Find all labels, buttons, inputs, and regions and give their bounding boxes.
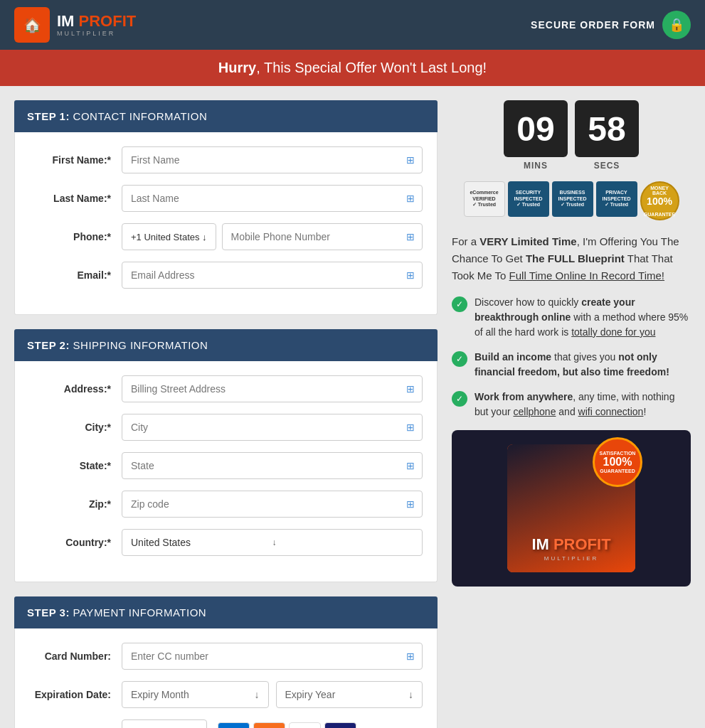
badge-guarantee: MONEY BACK100%GUARANTEE bbox=[640, 181, 679, 220]
mastercard-icon: ●● bbox=[289, 722, 321, 728]
country-value: United States bbox=[131, 537, 272, 548]
address-input-wrap: ⊞ bbox=[122, 375, 423, 402]
last-name-icon: ⊞ bbox=[406, 193, 415, 204]
secure-order: SECURE ORDER FORM 🔒 bbox=[531, 11, 691, 39]
benefit-3: ✓ Work from anywhere, any time, with not… bbox=[452, 390, 691, 419]
main-content: STEP 1: CONTACT INFORMATION First Name:*… bbox=[0, 86, 705, 728]
shield-icon: 🔒 bbox=[662, 11, 691, 39]
country-label: Country:* bbox=[29, 537, 122, 548]
check-icon-3: ✓ bbox=[452, 391, 467, 407]
state-input-wrap: ⊞ bbox=[122, 452, 423, 479]
phone-number-wrap: ⊞ bbox=[222, 223, 423, 250]
badge-security: SECURITYINSPECTED✓ Trusted bbox=[508, 181, 549, 217]
state-label: State:* bbox=[29, 460, 122, 471]
expiry-selects: Expiry Month ↓ Expiry Year ↓ bbox=[122, 681, 423, 708]
urgency-text: , This Special Offer Won't Last Long! bbox=[256, 60, 487, 75]
benefit-text-2: Build an income that gives you not only … bbox=[475, 350, 691, 380]
satisfaction-badge: SATISFACTION 100% GUARANTEED bbox=[593, 437, 642, 487]
last-name-input[interactable] bbox=[122, 186, 422, 211]
phone-row: Phone:* +1 United States ↓ ⊞ bbox=[29, 223, 423, 250]
benefit-link-1[interactable]: totally done for you bbox=[571, 326, 655, 338]
email-input-wrap: ⊞ bbox=[122, 262, 423, 289]
country-field: United States ↓ bbox=[122, 529, 423, 556]
expiry-month-select[interactable]: Expiry Month ↓ bbox=[122, 681, 269, 708]
city-input[interactable] bbox=[122, 414, 422, 440]
city-input-wrap: ⊞ bbox=[122, 414, 423, 441]
card-icons: AMEX DISC ●● VISA bbox=[218, 722, 356, 728]
first-name-icon: ⊞ bbox=[406, 154, 415, 166]
first-name-label: First Name:* bbox=[29, 154, 122, 166]
benefit-text-1: Discover how to quickly create your brea… bbox=[475, 295, 691, 340]
last-name-input-wrap: ⊞ bbox=[122, 185, 423, 212]
logo-sub: MULTIPLIER bbox=[57, 30, 136, 37]
phone-country-select[interactable]: +1 United States ↓ bbox=[122, 223, 216, 250]
first-name-input[interactable] bbox=[122, 147, 422, 173]
card-number-input-wrap: ⊞ bbox=[122, 643, 423, 670]
zip-input-wrap: ⊞ bbox=[122, 491, 423, 518]
city-label: City:* bbox=[29, 422, 122, 433]
step3-body: Card Number: ⊞ Expiration Date: Expiry bbox=[14, 628, 438, 728]
sales-bold1: VERY Limited Time bbox=[479, 235, 576, 247]
country-arrow: ↓ bbox=[272, 537, 414, 547]
first-name-field: ⊞ bbox=[122, 146, 423, 173]
expiry-row: Expiration Date: Expiry Month ↓ Expiry Y… bbox=[29, 681, 423, 708]
phone-number-input[interactable] bbox=[223, 224, 422, 250]
badge-business: BUSINESSINSPECTED✓ Trusted bbox=[552, 181, 593, 217]
email-icon: ⊞ bbox=[406, 269, 415, 281]
email-input[interactable] bbox=[122, 262, 422, 288]
zip-row: Zip:* ⊞ bbox=[29, 491, 423, 518]
countdown-labels: MINS SECS bbox=[452, 161, 691, 171]
step2-body: Address:* ⊞ City:* ⊞ bbox=[14, 361, 438, 582]
address-input[interactable] bbox=[122, 376, 422, 402]
expiry-label: Expiration Date: bbox=[29, 689, 122, 700]
logo-icon: 🏠 bbox=[14, 7, 50, 43]
sales-bold2: The FULL Blueprint bbox=[526, 252, 625, 264]
sales-copy: For a VERY Limited Time, I'm Offering Yo… bbox=[452, 233, 691, 284]
countdown-mins-label: MINS bbox=[504, 161, 568, 171]
left-column: STEP 1: CONTACT INFORMATION First Name:*… bbox=[14, 100, 438, 728]
amex-icon: AMEX bbox=[218, 722, 250, 728]
trust-badges: eCommerceVERIFIED✓ Trusted SECURITYINSPE… bbox=[452, 181, 691, 220]
countdown-boxes: 09 58 bbox=[452, 100, 691, 157]
expiry-field: Expiry Month ↓ Expiry Year ↓ bbox=[122, 681, 423, 708]
countdown-secs-label: SECS bbox=[575, 161, 639, 171]
card-number-row: Card Number: ⊞ bbox=[29, 643, 423, 670]
zip-input[interactable] bbox=[122, 491, 422, 517]
product-sub: MULTIPLIER bbox=[544, 555, 599, 562]
expiry-year-label: Expiry Year bbox=[285, 689, 336, 700]
benefit-text-3: Work from anywhere, any time, with nothi… bbox=[475, 390, 691, 419]
step1-header: STEP 1: CONTACT INFORMATION bbox=[14, 100, 438, 132]
product-box-area: IM PROFIT MULTIPLIER SATISFACTION 100% G… bbox=[452, 430, 691, 587]
phone-icon: ⊞ bbox=[406, 231, 415, 242]
logo-highlight: PROFIT bbox=[79, 12, 137, 30]
zip-icon: ⊞ bbox=[406, 498, 415, 510]
state-row: State:* ⊞ bbox=[29, 452, 423, 479]
visa-icon: VISA bbox=[324, 722, 356, 728]
benefit-1: ✓ Discover how to quickly create your br… bbox=[452, 295, 691, 340]
card-number-input[interactable] bbox=[122, 643, 422, 669]
city-field: ⊞ bbox=[122, 414, 423, 441]
check-icon-2: ✓ bbox=[452, 351, 467, 367]
logo-text: IM PROFIT MULTIPLIER bbox=[57, 13, 136, 37]
product-box-container: IM PROFIT MULTIPLIER SATISFACTION 100% G… bbox=[507, 444, 635, 572]
cvv-field: ⊞ AMEX DISC ●● VISA bbox=[122, 719, 423, 728]
address-icon: ⊞ bbox=[406, 383, 415, 395]
sales-link1[interactable]: Full Time Online In Record Time! bbox=[509, 269, 664, 282]
benefit-link-3a[interactable]: cellphone bbox=[513, 406, 556, 417]
phone-field: +1 United States ↓ ⊞ bbox=[122, 223, 423, 250]
cvv-row: CVV Code: ⊞ AMEX DISC ●● bbox=[29, 719, 423, 728]
card-number-label: Card Number: bbox=[29, 651, 122, 662]
last-name-label: Last Name:* bbox=[29, 193, 122, 204]
product-brand: IM PROFIT bbox=[531, 535, 610, 554]
cvv-input[interactable] bbox=[122, 720, 179, 728]
benefit-link-3b[interactable]: wifi connection bbox=[578, 406, 644, 417]
address-field: ⊞ bbox=[122, 375, 423, 402]
countdown-mins: 09 bbox=[504, 100, 568, 157]
state-input[interactable] bbox=[122, 453, 422, 478]
country-select[interactable]: United States ↓ bbox=[122, 529, 423, 556]
header: 🏠 IM PROFIT MULTIPLIER SECURE ORDER FORM… bbox=[0, 0, 705, 50]
discover-icon: DISC bbox=[253, 722, 285, 728]
country-row: Country:* United States ↓ bbox=[29, 529, 423, 556]
expiry-year-select[interactable]: Expiry Year ↓ bbox=[276, 681, 423, 708]
last-name-field: ⊞ bbox=[122, 185, 423, 212]
